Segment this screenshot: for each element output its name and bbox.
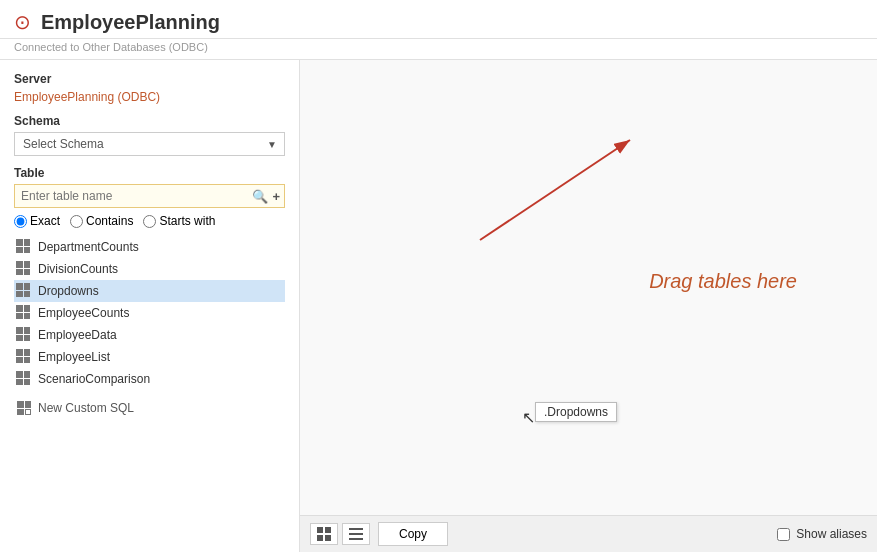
app-title: EmployeePlanning: [41, 11, 220, 34]
table-grid-icon: [16, 239, 32, 255]
table-search-row: 🔍 +: [14, 184, 285, 208]
svg-rect-5: [325, 535, 331, 541]
table-item[interactable]: ScenarioComparison: [14, 368, 285, 390]
show-aliases-label[interactable]: Show aliases: [796, 527, 867, 541]
table-item[interactable]: EmployeeList: [14, 346, 285, 368]
filter-starts-with-label: Starts with: [159, 214, 215, 228]
table-grid-icon: [16, 261, 32, 277]
server-link[interactable]: EmployeePlanning (ODBC): [14, 90, 285, 104]
table-list: DepartmentCounts DivisionCounts Dropdown…: [14, 236, 285, 390]
svg-rect-2: [317, 527, 323, 533]
table-name: ScenarioComparison: [38, 372, 150, 386]
app-icon: ⊙: [14, 10, 31, 34]
svg-rect-4: [317, 535, 323, 541]
drag-area: Drag tables here: [300, 60, 877, 515]
table-grid-icon: [16, 349, 32, 365]
main-layout: Server EmployeePlanning (ODBC) Schema Se…: [0, 60, 877, 552]
schema-select-wrapper: Select Schema: [14, 132, 285, 156]
table-name: DivisionCounts: [38, 262, 118, 276]
new-custom-sql[interactable]: New Custom SQL: [14, 396, 285, 420]
filter-row: Exact Contains Starts with: [14, 214, 285, 228]
filter-contains[interactable]: Contains: [70, 214, 133, 228]
table-item[interactable]: EmployeeData: [14, 324, 285, 346]
copy-button[interactable]: Copy: [378, 522, 448, 546]
table-name: EmployeeCounts: [38, 306, 129, 320]
right-panel: Drag tables here Copy: [300, 60, 877, 552]
table-grid-icon: [16, 283, 32, 299]
table-grid-icon: [16, 327, 32, 343]
table-item-dropdowns[interactable]: Dropdowns: [14, 280, 285, 302]
svg-line-1: [480, 140, 630, 240]
table-item[interactable]: DivisionCounts: [14, 258, 285, 280]
table-name: EmployeeList: [38, 350, 110, 364]
drag-arrow: [450, 120, 670, 260]
search-icon[interactable]: 🔍: [252, 189, 268, 204]
schema-label: Schema: [14, 114, 285, 128]
table-name: EmployeeData: [38, 328, 117, 342]
show-aliases-wrapper: Show aliases: [777, 527, 867, 541]
svg-rect-7: [349, 533, 363, 535]
toolbar-row: Copy Show aliases: [300, 515, 877, 552]
grid-view-icon: [317, 527, 331, 541]
table-name-dropdowns: Dropdowns: [38, 284, 99, 298]
list-view-button[interactable]: [342, 523, 370, 545]
show-aliases-checkbox[interactable]: [777, 528, 790, 541]
custom-sql-icon: [16, 400, 32, 416]
svg-rect-8: [349, 538, 363, 540]
filter-contains-radio[interactable]: [70, 215, 83, 228]
filter-exact[interactable]: Exact: [14, 214, 60, 228]
drag-hint: Drag tables here: [649, 269, 797, 292]
app-subtitle: Connected to Other Databases (ODBC): [0, 39, 877, 60]
filter-exact-radio[interactable]: [14, 215, 27, 228]
new-custom-sql-label: New Custom SQL: [38, 401, 134, 415]
schema-select[interactable]: Select Schema: [14, 132, 285, 156]
filter-starts-with-radio[interactable]: [143, 215, 156, 228]
list-view-icon: [349, 527, 363, 541]
table-label: Table: [14, 166, 285, 180]
svg-rect-6: [349, 528, 363, 530]
table-grid-icon: [16, 371, 32, 387]
table-search-input[interactable]: [15, 185, 248, 207]
left-panel: Server EmployeePlanning (ODBC) Schema Se…: [0, 60, 300, 552]
table-grid-icon: [16, 305, 32, 321]
filter-starts-with[interactable]: Starts with: [143, 214, 215, 228]
server-label: Server: [14, 72, 285, 86]
filter-exact-label: Exact: [30, 214, 60, 228]
table-search-icons: 🔍 +: [248, 189, 284, 204]
svg-rect-3: [325, 527, 331, 533]
grid-view-button[interactable]: [310, 523, 338, 545]
app-header: ⊙ EmployeePlanning: [0, 0, 877, 39]
table-item[interactable]: EmployeeCounts: [14, 302, 285, 324]
add-table-icon[interactable]: +: [272, 189, 280, 204]
table-item[interactable]: DepartmentCounts: [14, 236, 285, 258]
filter-contains-label: Contains: [86, 214, 133, 228]
table-name: DepartmentCounts: [38, 240, 139, 254]
